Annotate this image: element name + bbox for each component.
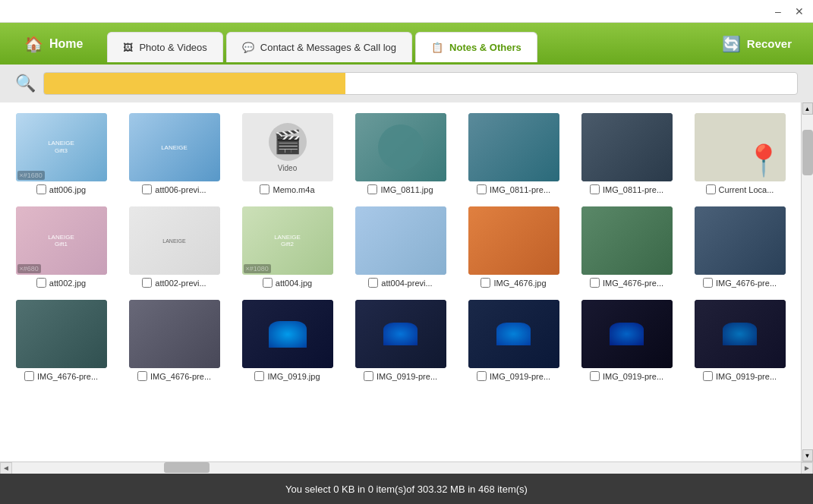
file-checkbox[interactable] [703, 278, 713, 288]
vertical-scrollbar[interactable]: ▲ ▼ [801, 102, 813, 461]
file-name: Memo.m4a [273, 185, 314, 194]
file-name: att006.jpg [49, 185, 86, 194]
scroll-up-button[interactable]: ▲ [802, 102, 813, 115]
file-thumbnail [355, 206, 446, 275]
list-item[interactable]: IMG_4676-pre... [573, 203, 680, 291]
recover-button[interactable]: 🔄 Recover [707, 23, 807, 65]
file-checkbox[interactable] [590, 184, 600, 194]
file-name: IMG_0919-pre... [377, 372, 437, 381]
minimize-button[interactable]: – [767, 3, 789, 20]
file-checkbox[interactable] [254, 371, 264, 381]
file-checkbox[interactable] [368, 278, 378, 288]
file-thumbnail [581, 300, 673, 368]
file-name: IMG_0919-pre... [603, 372, 663, 381]
file-thumbnail: LANEIGEGift1 ×#680 [16, 206, 107, 275]
file-checkbox[interactable] [477, 184, 487, 194]
tab-notes[interactable]: 📋 Notes & Others [415, 32, 537, 62]
close-button[interactable]: ✕ [789, 3, 810, 20]
tab-photos[interactable]: 🖼 Photo & Videos [107, 32, 222, 62]
file-thumbnail [695, 300, 786, 368]
file-name: att002-previ... [155, 279, 206, 288]
list-item[interactable]: IMG_4676-pre... [686, 203, 793, 291]
recover-icon: 🔄 [722, 35, 741, 53]
file-checkbox[interactable] [36, 278, 46, 288]
list-item[interactable]: IMG_4676-pre... [8, 297, 115, 384]
horizontal-scrollbar[interactable]: ◄ ► [0, 461, 813, 474]
file-name: IMG_0919-pre... [490, 372, 550, 381]
list-item[interactable]: IMG_4676.jpg [460, 203, 567, 291]
file-checkbox[interactable] [367, 184, 377, 194]
list-item[interactable]: LANEIGE att006-previ... [121, 110, 228, 197]
scroll-thumb[interactable] [802, 130, 813, 175]
file-thumbnail [355, 300, 446, 368]
list-item[interactable]: 📍 Current Loca... [686, 110, 793, 197]
file-name: IMG_4676-pre... [603, 279, 663, 288]
list-item[interactable]: IMG_0919-pre... [460, 297, 567, 384]
file-checkbox[interactable] [24, 371, 34, 381]
file-checkbox[interactable] [142, 184, 152, 194]
file-checkbox[interactable] [137, 371, 147, 381]
file-thumbnail [695, 206, 786, 275]
file-name: att004.jpg [276, 279, 312, 288]
list-item[interactable]: 🎬 Video Memo.m4a [234, 110, 341, 197]
scroll-down-button[interactable]: ▼ [802, 449, 813, 461]
file-thumbnail: LANEIGEGift2 ×#1080 [242, 206, 333, 275]
tab-notes-label: Notes & Others [449, 42, 522, 53]
home-button[interactable]: 🏠 Home [6, 23, 101, 65]
list-item[interactable]: LANEIGEGift1 ×#680 att002.jpg [8, 203, 115, 291]
photo-icon: 🖼 [123, 42, 133, 53]
list-item[interactable]: IMG_0811-pre... [573, 110, 680, 197]
file-name: IMG_0811.jpg [380, 185, 433, 194]
scroll-right-button[interactable]: ► [801, 462, 813, 474]
tab-photos-label: Photo & Videos [139, 42, 206, 53]
list-item[interactable]: att004-previ... [347, 203, 454, 291]
list-item[interactable]: IMG_0811.jpg [347, 110, 454, 197]
list-item[interactable]: IMG_0919-pre... [347, 297, 454, 384]
file-checkbox[interactable] [706, 184, 716, 194]
file-name: IMG_4676-pre... [37, 372, 98, 381]
titlebar: – ✕ [0, 0, 813, 23]
file-thumbnail [581, 206, 673, 275]
file-name: IMG_0811-pre... [490, 185, 550, 194]
file-thumbnail [468, 300, 559, 368]
file-name: Current Loca... [719, 185, 774, 194]
file-checkbox[interactable] [590, 278, 600, 288]
file-checkbox[interactable] [481, 278, 490, 288]
file-checkbox[interactable] [477, 371, 487, 381]
list-item[interactable]: IMG_0811-pre... [460, 110, 567, 197]
file-checkbox[interactable] [36, 184, 46, 194]
tab-contacts-label: Contact & Messages & Call log [260, 42, 396, 53]
list-item[interactable]: IMG_0919-pre... [686, 297, 793, 384]
list-item[interactable]: IMG_4676-pre... [121, 297, 228, 384]
notes-icon: 📋 [431, 42, 443, 53]
file-thumbnail [242, 300, 333, 368]
file-thumbnail: LANEIGE [129, 113, 220, 181]
file-name: IMG_4676.jpg [493, 279, 546, 288]
list-item[interactable]: LANEIGEGift2 ×#1080 att004.jpg [234, 203, 341, 291]
file-grid: LANEIGEGift3 ×#1680 att006.jpg LANEIGE [0, 102, 801, 461]
file-checkbox[interactable] [263, 278, 273, 288]
list-item[interactable]: LANEIGEGift3 ×#1680 att006.jpg [8, 110, 115, 197]
file-checkbox[interactable] [142, 278, 152, 288]
status-text: You select 0 KB in 0 item(s)of 303.32 MB… [285, 484, 528, 495]
search-input[interactable] [43, 72, 798, 95]
list-item[interactable]: IMG_0919-pre... [573, 297, 680, 384]
navbar: 🏠 Home 🖼 Photo & Videos 💬 Contact & Mess… [0, 23, 813, 65]
file-checkbox[interactable] [703, 371, 713, 381]
file-checkbox[interactable] [590, 371, 600, 381]
file-name: IMG_0919.jpg [267, 372, 320, 381]
list-item[interactable]: IMG_0919.jpg [234, 297, 341, 384]
nav-tabs: 🖼 Photo & Videos 💬 Contact & Messages & … [101, 23, 706, 65]
file-name: IMG_4676-pre... [716, 279, 777, 288]
file-name: IMG_0811-pre... [603, 185, 663, 194]
file-thumbnail: 📍 [695, 113, 786, 181]
recover-label: Recover [747, 37, 792, 50]
file-checkbox[interactable] [260, 184, 269, 194]
file-thumbnail [129, 300, 220, 368]
scroll-left-button[interactable]: ◄ [0, 462, 12, 474]
list-item[interactable]: LANEIGE att002-previ... [121, 203, 228, 291]
file-checkbox[interactable] [364, 371, 373, 381]
scroll-thumb-h[interactable] [164, 462, 210, 473]
file-name: att002.jpg [49, 279, 86, 288]
tab-contacts[interactable]: 💬 Contact & Messages & Call log [226, 32, 412, 62]
